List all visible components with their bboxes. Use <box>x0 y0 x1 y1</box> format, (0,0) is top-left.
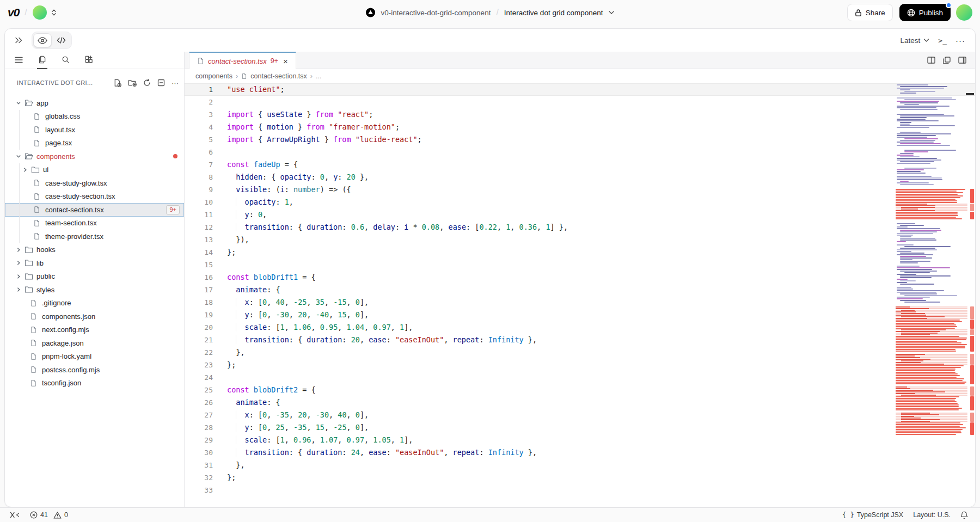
tab-contact-section[interactable]: contact-section.tsx 9+ × <box>189 52 296 69</box>
new-folder-icon[interactable] <box>128 79 137 87</box>
project-name[interactable]: v0-interactive-dot-grid-component <box>381 9 491 17</box>
code-line-14[interactable]: 14}; <box>185 246 975 259</box>
bell-icon[interactable] <box>960 511 968 519</box>
code-line-3[interactable]: 3import { useState } from "react"; <box>185 108 975 121</box>
chevron-down-icon[interactable] <box>608 10 614 15</box>
tree-row-styles[interactable]: styles <box>5 283 184 297</box>
tree-row-globals-css[interactable]: globals.css <box>5 110 184 124</box>
code-line-28[interactable]: 28 y: [0, 25, -35, 15, -25, 0], <box>185 421 975 434</box>
code-line-7[interactable]: 7const fadeUp = { <box>185 158 975 171</box>
language-mode[interactable]: { } TypeScript JSX <box>842 511 903 519</box>
scrollbar-thumb[interactable] <box>966 93 974 95</box>
warnings-status[interactable]: 0 <box>53 511 68 519</box>
project-switcher-icon[interactable] <box>51 9 57 16</box>
chevron-right-icon[interactable] <box>16 274 24 279</box>
preview-toggle-button[interactable] <box>33 33 52 47</box>
tree-row-case-study-glow-tsx[interactable]: case-study-glow.tsx <box>5 176 184 190</box>
collapse-all-icon[interactable] <box>157 79 165 87</box>
code-line-15[interactable]: 15 <box>185 259 975 271</box>
code-line-31[interactable]: 31 }, <box>185 459 975 471</box>
extensions-icon[interactable] <box>84 52 94 69</box>
layout-columns-icon[interactable] <box>958 57 966 64</box>
chevron-right-icon[interactable] <box>22 167 31 173</box>
code-line-21[interactable]: 21 transition: { duration: 20, ease: "ea… <box>185 334 975 346</box>
code-line-10[interactable]: 10 opacity: 1, <box>185 196 975 208</box>
split-editor-icon[interactable] <box>927 57 935 64</box>
team-avatar[interactable] <box>33 5 47 20</box>
copy-icon[interactable] <box>943 57 951 64</box>
code-line-17[interactable]: 17 animate: { <box>185 284 975 296</box>
tree-row-team-section-tsx[interactable]: team-section.tsx <box>5 217 184 230</box>
keyboard-layout[interactable]: Layout: U.S. <box>913 511 951 519</box>
code-line-6[interactable]: 6 <box>185 146 975 158</box>
menu-icon[interactable] <box>14 52 24 69</box>
chevron-right-icon[interactable] <box>16 260 24 266</box>
v0-logo[interactable]: v0 <box>8 6 19 19</box>
tree-row-lib[interactable]: lib <box>5 256 184 270</box>
breadcrumb-more[interactable]: ... <box>316 72 321 80</box>
tree-row-hooks[interactable]: hooks <box>5 243 184 257</box>
more-icon[interactable]: ··· <box>171 79 179 87</box>
minimap[interactable] <box>896 84 967 507</box>
code-line-25[interactable]: 25const blobDrift2 = { <box>185 384 975 396</box>
code-line-16[interactable]: 16const blobDrift1 = { <box>185 271 975 284</box>
code-line-19[interactable]: 19 y: [0, -30, 20, -40, 15, 0], <box>185 309 975 321</box>
chevron-down-icon[interactable] <box>16 100 24 106</box>
user-avatar[interactable] <box>956 4 972 21</box>
code-line-27[interactable]: 27 x: [0, -35, 20, -30, 40, 0], <box>185 409 975 421</box>
share-button[interactable]: Share <box>847 4 893 21</box>
terminal-icon[interactable]: >_ <box>938 36 947 45</box>
tree-row-layout-tsx[interactable]: layout.tsx <box>5 123 184 137</box>
tree-row-public[interactable]: public <box>5 270 184 284</box>
expand-chat-icon[interactable] <box>15 37 23 44</box>
tree-row-components-json[interactable]: components.json <box>5 310 184 323</box>
code-line-12[interactable]: 12 transition: { duration: 0.6, delay: i… <box>185 221 975 234</box>
code-line-24[interactable]: 24 <box>185 371 975 384</box>
code-line-2[interactable]: 2 <box>185 96 975 108</box>
remote-indicator-icon[interactable] <box>10 512 20 518</box>
new-file-icon[interactable] <box>113 79 121 87</box>
breadcrumb-item-file[interactable]: contact-section.tsx <box>250 72 307 80</box>
publish-button[interactable]: Publish <box>899 4 951 21</box>
code-toggle-button[interactable] <box>52 33 70 47</box>
code-line-30[interactable]: 30 transition: { duration: 24, ease: "ea… <box>185 446 975 459</box>
tree-row-pnpm-lock-yaml[interactable]: pnpm-lock.yaml <box>5 350 184 364</box>
tree-row-app[interactable]: app <box>5 96 184 110</box>
tree-row-tsconfig-json[interactable]: tsconfig.json <box>5 377 184 390</box>
tree-row-case-study-section-tsx[interactable]: case-study-section.tsx <box>5 190 184 204</box>
code-line-5[interactable]: 5import { ArrowUpRight } from "lucide-re… <box>185 133 975 146</box>
chevron-right-icon[interactable] <box>16 287 24 292</box>
tree-row-package-json[interactable]: package.json <box>5 336 184 350</box>
tree-row-postcss-config-mjs[interactable]: postcss.config.mjs <box>5 363 184 377</box>
search-icon[interactable] <box>60 52 71 69</box>
code-line-1[interactable]: 1"use client"; <box>185 83 975 96</box>
code-line-13[interactable]: 13 }), <box>185 234 975 246</box>
tree-row--gitignore[interactable]: .gitignore <box>5 297 184 310</box>
code-line-9[interactable]: 9 visible: (i: number) => ({ <box>185 183 975 196</box>
errors-status[interactable]: 41 <box>30 511 48 519</box>
close-icon[interactable]: × <box>282 57 289 66</box>
tree-row-page-tsx[interactable]: page.tsx <box>5 137 184 150</box>
code-line-32[interactable]: 32}; <box>185 471 975 484</box>
chat-title[interactable]: Interactive dot grid component <box>504 9 603 17</box>
code-line-23[interactable]: 23}; <box>185 359 975 371</box>
chevron-right-icon[interactable] <box>16 247 24 253</box>
code-line-33[interactable]: 33 <box>185 484 975 496</box>
code-line-4[interactable]: 4import { motion } from "framer-motion"; <box>185 121 975 133</box>
code-line-8[interactable]: 8 hidden: { opacity: 0, y: 20 }, <box>185 171 975 183</box>
files-tab-icon[interactable] <box>37 52 47 69</box>
code-line-18[interactable]: 18 x: [0, 40, -25, 35, -15, 0], <box>185 296 975 309</box>
code-line-20[interactable]: 20 scale: [1, 1.06, 0.95, 1.04, 0.97, 1]… <box>185 321 975 334</box>
refresh-icon[interactable] <box>143 79 151 87</box>
more-icon[interactable]: ··· <box>955 36 965 45</box>
version-dropdown[interactable]: Latest <box>901 36 930 45</box>
tree-row-contact-section-tsx[interactable]: contact-section.tsx9+ <box>5 203 184 217</box>
tree-row-theme-provider-tsx[interactable]: theme-provider.tsx <box>5 230 184 243</box>
tree-row-next-config-mjs[interactable]: next.config.mjs <box>5 323 184 337</box>
breadcrumb-item-components[interactable]: components <box>195 72 232 80</box>
code-line-22[interactable]: 22 }, <box>185 346 975 359</box>
code-line-29[interactable]: 29 scale: [1, 0.96, 1.07, 0.97, 1.05, 1]… <box>185 434 975 446</box>
chevron-down-icon[interactable] <box>16 153 24 159</box>
code-line-26[interactable]: 26 animate: { <box>185 396 975 409</box>
tree-row-components[interactable]: components <box>5 150 184 163</box>
